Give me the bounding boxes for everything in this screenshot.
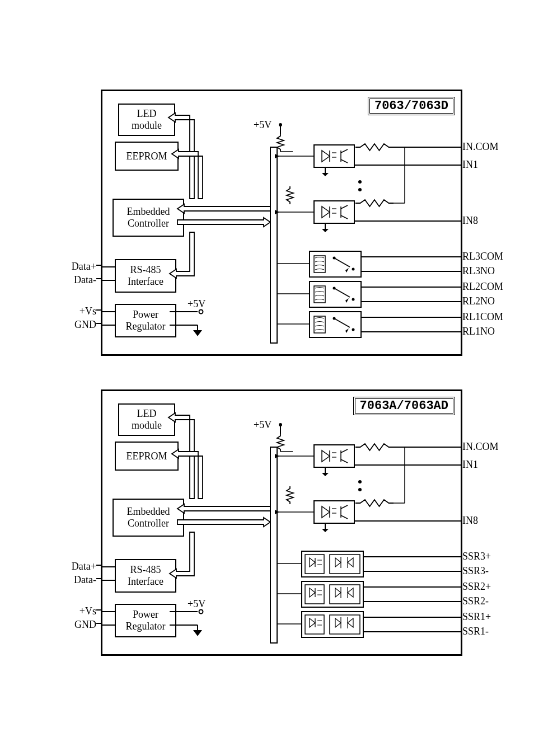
pin-vs: +Vs (56, 306, 96, 317)
label-5v-power: +5V (188, 598, 205, 610)
pin-gnd: GND (56, 319, 96, 331)
svg-rect-78 (270, 447, 277, 643)
svg-rect-52 (310, 312, 361, 337)
pin-right-1: IN1 (462, 459, 478, 471)
svg-point-56 (352, 328, 355, 331)
pin-right-3: RL3COM (462, 251, 503, 262)
pin-right-4: SSR3- (462, 565, 489, 577)
pin-right-7: RL1COM (462, 311, 503, 323)
pin-right-3: SSR3+ (462, 551, 491, 562)
svg-rect-97 (314, 501, 354, 523)
svg-rect-44 (310, 281, 361, 307)
svg-rect-84 (314, 445, 354, 467)
svg-point-23 (358, 188, 362, 191)
svg-point-96 (358, 488, 362, 491)
svg-point-40 (352, 268, 355, 271)
pin-data_plus: Data+ (56, 261, 96, 273)
pin-vs: +Vs (56, 605, 96, 617)
label-5v-top: +5V (254, 119, 271, 131)
svg-rect-36 (310, 251, 361, 277)
pin-right-5: SSR2+ (462, 581, 491, 593)
svg-point-76 (199, 610, 203, 614)
pin-data_minus: Data- (56, 274, 96, 286)
svg-rect-5 (270, 147, 277, 343)
pin-right-5: RL2COM (462, 281, 503, 293)
pin-right-2: IN8 (462, 215, 478, 227)
svg-rect-11 (314, 145, 354, 167)
pin-right-4: RL3NO (462, 265, 495, 277)
svg-rect-24 (314, 201, 354, 223)
label-5v-power: +5V (188, 298, 205, 310)
svg-point-55 (333, 317, 336, 320)
diagram-frame: 7063A/7063ADLEDmoduleEEPROMEmbeddedContr… (101, 389, 462, 656)
wiring-svg (102, 391, 461, 654)
pin-right-0: IN.COM (462, 141, 499, 153)
diagram-frame: 7063/7063DLEDmoduleEEPROMEmbeddedControl… (101, 90, 462, 356)
svg-point-39 (333, 257, 336, 260)
pin-right-1: IN1 (462, 159, 478, 171)
block-diagram: 7063/7063DLEDmoduleEEPROMEmbeddedControl… (56, 90, 534, 356)
pin-right-8: SSR1- (462, 626, 489, 637)
pin-gnd: GND (56, 619, 96, 631)
block-diagram: 7063A/7063ADLEDmoduleEEPROMEmbeddedContr… (56, 389, 534, 656)
pin-right-6: RL2NO (462, 295, 495, 307)
svg-point-3 (199, 310, 203, 314)
svg-point-48 (352, 298, 355, 301)
pin-right-8: RL1NO (462, 326, 495, 337)
pin-right-2: IN8 (462, 515, 478, 527)
pin-right-6: SSR2- (462, 595, 489, 607)
svg-rect-120 (302, 581, 363, 607)
pin-data_plus: Data+ (56, 561, 96, 572)
pin-right-7: SSR1+ (462, 611, 491, 623)
svg-rect-109 (302, 551, 363, 577)
wiring-svg (102, 91, 461, 354)
svg-point-22 (358, 180, 362, 184)
pin-right-0: IN.COM (462, 441, 499, 453)
label-5v-top: +5V (254, 419, 271, 431)
svg-point-95 (358, 480, 362, 483)
svg-point-47 (333, 287, 336, 290)
pin-data_minus: Data- (56, 574, 96, 586)
svg-rect-131 (302, 612, 363, 637)
